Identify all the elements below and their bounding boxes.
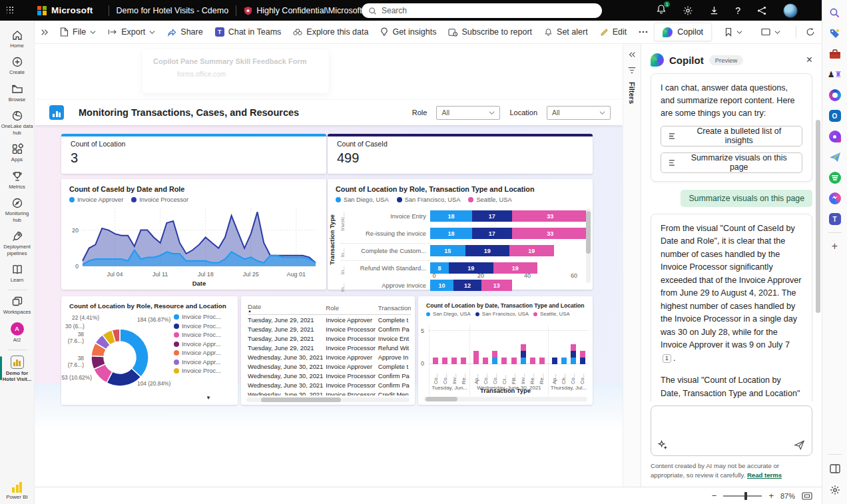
sidebar-item-monitoring-hub[interactable]: Monitoring hub bbox=[0, 194, 35, 227]
column-header[interactable]: Role bbox=[326, 302, 378, 315]
filters-pane-label[interactable]: Filters bbox=[628, 82, 636, 104]
table-row[interactable]: Tuesday, June 29, 2021Invoice ProcessorR… bbox=[248, 343, 411, 352]
designer-icon[interactable] bbox=[828, 129, 842, 144]
table-row[interactable]: Tuesday, June 29, 2021Invoice ProcessorI… bbox=[248, 334, 411, 343]
stacked-column[interactable] bbox=[511, 358, 517, 364]
table-row[interactable]: Wednesday, June 30, 2021Invoice Approver… bbox=[248, 362, 411, 371]
column-chart-card[interactable]: Count of Location by Date, Transaction T… bbox=[418, 296, 593, 405]
sidebar-item-home[interactable]: Home bbox=[0, 26, 35, 53]
stacked-column[interactable] bbox=[521, 344, 526, 364]
teams-sidebar-icon[interactable]: T bbox=[828, 212, 842, 226]
column-header[interactable]: Transaction bbox=[378, 302, 411, 315]
stacked-column[interactable] bbox=[530, 358, 535, 364]
legend-item[interactable]: Invoice Proc... bbox=[174, 368, 235, 374]
table-row[interactable]: Tuesday, June 29, 2021Invoice ProcessorC… bbox=[248, 324, 411, 334]
horizontal-scrollbar[interactable] bbox=[246, 397, 410, 402]
stacked-column[interactable] bbox=[580, 351, 585, 364]
location-filter-dropdown[interactable]: All bbox=[547, 106, 611, 120]
sidebar-item-ai2-workspace[interactable]: A AI2 bbox=[0, 319, 35, 347]
expand-filters-icon[interactable] bbox=[628, 51, 636, 59]
zoom-in-button[interactable]: + bbox=[768, 491, 774, 501]
stacked-column[interactable] bbox=[461, 358, 466, 364]
bar-segment[interactable]: 19 bbox=[465, 245, 510, 256]
bar-segment[interactable]: 12 bbox=[453, 280, 481, 291]
telegram-icon[interactable] bbox=[828, 150, 842, 164]
sidebar-item-create[interactable]: Create bbox=[0, 53, 35, 79]
stacked-bar-chart-card[interactable]: Count of Location by Role, Transaction T… bbox=[328, 179, 593, 290]
user-message-chip[interactable]: Summarize visuals on this page bbox=[681, 190, 812, 207]
donut-slice[interactable] bbox=[120, 329, 148, 377]
table-row[interactable]: Wednesday, June 30, 2021Invoice Processo… bbox=[248, 371, 411, 380]
sidebar-item-browse[interactable]: Browse bbox=[0, 80, 35, 107]
bar-segment[interactable]: 18 bbox=[430, 210, 472, 222]
zoom-slider-thumb[interactable] bbox=[744, 492, 747, 500]
stacked-column[interactable] bbox=[433, 358, 438, 364]
legend-item[interactable]: Seattle, USA bbox=[533, 311, 570, 317]
file-menu-button[interactable]: File bbox=[54, 23, 102, 41]
account-avatar[interactable] bbox=[783, 3, 798, 18]
area-chart[interactable]: 200Jul 04Jul 11Jul 18Jul 25Aug 01Date bbox=[61, 203, 326, 290]
bar-segment[interactable]: 17 bbox=[472, 228, 512, 239]
global-search-input[interactable]: Search bbox=[362, 3, 602, 18]
bar-segment[interactable]: 15 bbox=[430, 245, 465, 256]
zoom-slider[interactable] bbox=[723, 495, 762, 497]
filter-icon[interactable] bbox=[628, 67, 636, 74]
bar-segment[interactable]: 19 bbox=[509, 245, 554, 256]
sidebar-panel-toggle-icon[interactable] bbox=[828, 461, 842, 476]
copilot-toolbar-button[interactable]: Copilot bbox=[654, 23, 712, 41]
send-icon[interactable] bbox=[794, 440, 805, 450]
spotify-icon[interactable] bbox=[828, 170, 842, 185]
more-options-button[interactable] bbox=[633, 23, 654, 41]
view-menu-button[interactable] bbox=[755, 23, 786, 41]
copilot-chat-input[interactable] bbox=[651, 405, 812, 456]
settings-gear-icon[interactable] bbox=[683, 5, 693, 16]
download-icon[interactable] bbox=[709, 5, 719, 15]
bar-segment[interactable]: 33 bbox=[512, 228, 589, 239]
stacked-column[interactable] bbox=[571, 344, 576, 364]
legend-item[interactable]: San Diego, USA bbox=[426, 311, 471, 317]
power-bi-footer[interactable]: Power BI bbox=[6, 482, 27, 500]
legend-item[interactable]: Invoice Proc... bbox=[174, 314, 235, 320]
legend-item[interactable]: Invoice Proc... bbox=[174, 332, 235, 338]
bookmarks-button[interactable] bbox=[718, 23, 748, 41]
stacked-column[interactable] bbox=[539, 358, 545, 364]
area-chart-card[interactable]: Count of CaseId by Date and Role Invoice… bbox=[61, 179, 326, 290]
microsoft-365-icon[interactable] bbox=[828, 88, 842, 103]
bar-row[interactable]: Invoice Entry181733 bbox=[348, 208, 583, 224]
legend-more-icon[interactable]: ▼ bbox=[206, 395, 211, 401]
add-sidebar-app-icon[interactable]: + bbox=[828, 239, 842, 254]
help-icon[interactable]: ? bbox=[735, 5, 740, 16]
bar-row[interactable]: Complete the Custom...151919 bbox=[348, 243, 583, 258]
bar-segment[interactable]: 13 bbox=[481, 280, 512, 291]
legend-item[interactable]: San Francisco, USA bbox=[475, 311, 529, 317]
sidebar-item-metrics[interactable]: Metrics bbox=[0, 167, 35, 194]
legend-item[interactable]: Invoice Appr... bbox=[174, 341, 235, 348]
share-button[interactable]: Share bbox=[161, 23, 208, 41]
chat-in-teams-button[interactable]: T Chat in Teams bbox=[209, 23, 288, 41]
expand-nav-icon[interactable] bbox=[40, 28, 49, 37]
notifications-button[interactable]: 1 bbox=[656, 4, 667, 17]
kpi-card-count-of-location[interactable]: Count of Location 3 bbox=[61, 134, 326, 174]
stacked-column[interactable] bbox=[483, 358, 488, 364]
legend-item[interactable]: San Francisco, USA bbox=[397, 196, 461, 203]
stacked-column[interactable] bbox=[561, 358, 567, 364]
bar-segment[interactable]: 10 bbox=[430, 280, 453, 291]
read-terms-link[interactable]: Read terms bbox=[747, 471, 782, 479]
stacked-column[interactable] bbox=[451, 358, 457, 364]
copilot-scrollbar[interactable] bbox=[816, 76, 820, 409]
stacked-column[interactable] bbox=[552, 358, 557, 364]
close-icon[interactable]: × bbox=[806, 55, 812, 65]
bar-segment[interactable]: 17 bbox=[472, 210, 512, 222]
bar-segment[interactable]: 33 bbox=[512, 210, 589, 222]
get-insights-button[interactable]: Get insights bbox=[374, 23, 442, 41]
messenger-icon[interactable] bbox=[828, 191, 842, 206]
sparkle-icon[interactable] bbox=[658, 440, 668, 450]
table-row[interactable]: Wednesday, June 30, 2021Invoice Processo… bbox=[248, 380, 411, 389]
subscribe-button[interactable]: Subscribe to report bbox=[442, 23, 538, 41]
explore-data-button[interactable]: Explore this data bbox=[287, 23, 374, 41]
legend-item[interactable]: San Diego, USA bbox=[336, 196, 389, 203]
sidebar-item-learn[interactable]: Learn bbox=[0, 260, 35, 287]
sidebar-item-current-report[interactable]: Demo for Hotel Visit... bbox=[0, 352, 35, 387]
suggestion-summarize-visuals[interactable]: Summarize visuals on this page bbox=[661, 152, 802, 173]
vertical-scrollbar[interactable] bbox=[586, 208, 591, 283]
